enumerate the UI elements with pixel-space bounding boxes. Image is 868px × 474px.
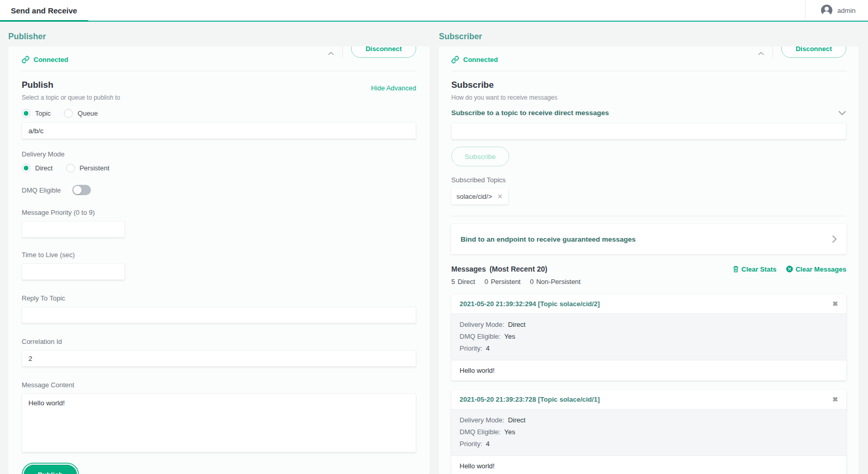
message-fields: Delivery Mode: Direct DMQ Eligible: Yes …: [451, 409, 846, 456]
ttl-input[interactable]: [22, 263, 125, 280]
stat-non-persistent: 0 Non-Persistent: [530, 278, 580, 286]
message-card: 2021-05-20 21:39:32:294 [Topic solace/ci…: [451, 294, 846, 381]
link-icon: [451, 56, 459, 64]
caret-up-icon[interactable]: [328, 52, 334, 56]
subscriber-title: Subscriber: [439, 32, 859, 41]
radio-queue-circle[interactable]: [64, 109, 73, 118]
subscriber-panel: Subscriber Connected: [439, 29, 859, 474]
correlation-id-input[interactable]: [22, 350, 416, 367]
radio-direct[interactable]: Direct: [22, 164, 53, 172]
radio-topic[interactable]: Topic: [22, 109, 51, 118]
close-icon[interactable]: ✖: [832, 396, 838, 403]
message-timestamp: 2021-05-20 21:39:32:294 [Topic solace/ci…: [460, 300, 599, 308]
subscribe-topic-input[interactable]: [451, 123, 846, 139]
reply-to-topic-label: Reply To Topic: [22, 294, 416, 302]
delivery-mode-label: Delivery Mode: [22, 150, 416, 158]
hide-advanced-link[interactable]: Hide Advanced: [371, 84, 416, 101]
divider: [22, 71, 416, 71]
subscribe-section-header: Subscribe How do you want to receive mes…: [451, 80, 846, 101]
dmq-eligible-label: DMQ Eligible: [22, 186, 61, 194]
stat-direct: 5 Direct: [451, 278, 475, 286]
dmq-eligible-row: DMQ Eligible: [22, 185, 416, 195]
subscriber-card: Connected Disconnect Subscribe How do yo…: [439, 46, 859, 474]
close-icon[interactable]: ✖: [832, 300, 838, 308]
top-navigation-bar: Send and Receive admin: [0, 0, 868, 22]
message-payload: Hello world!: [451, 456, 846, 474]
radio-direct-circle[interactable]: [22, 164, 30, 172]
message-payload: Hello world!: [451, 360, 846, 381]
subscribe-button[interactable]: Subscribe: [451, 147, 509, 166]
chevron-down-icon[interactable]: [838, 110, 846, 116]
user-avatar-icon: [821, 5, 832, 16]
message-content-label: Message Content: [22, 381, 416, 389]
divider: [451, 71, 846, 71]
subscribed-topic-value: solace/cid/>: [456, 193, 492, 200]
publisher-connected-label: Connected: [34, 56, 68, 64]
publish-subtitle: Select a topic or queue to publish to: [22, 94, 120, 101]
subscriber-connection-status: Connected: [451, 56, 498, 64]
message-stats-row: 5 Direct 0 Persistent 0 Non-Persistent: [451, 278, 846, 286]
divider: [451, 216, 846, 216]
vertical-divider: [342, 46, 343, 57]
radio-persistent[interactable]: Persistent: [66, 164, 109, 172]
username-label: admin: [838, 7, 856, 14]
messages-header-row: Messages (Most Recent 20) Clear Stats: [451, 265, 846, 273]
ttl-label: Time to Live (sec): [22, 251, 416, 259]
subscribe-topic-prompt-row[interactable]: Subscribe to a topic to receive direct m…: [451, 109, 846, 117]
publisher-card: Connected Disconnect Publish Select a to…: [8, 46, 430, 474]
subscribed-topic-chip: solace/cid/> ✕: [451, 188, 508, 204]
tab-send-and-receive[interactable]: Send and Receive: [0, 0, 88, 22]
trash-icon: [733, 265, 739, 273]
message-priority-label: Message Priority (0 to 9): [22, 209, 416, 216]
stat-persistent: 0 Persistent: [484, 278, 520, 286]
subscribe-subtitle: How do you want to receive messages: [451, 94, 557, 101]
messages-heading: Messages: [451, 265, 486, 273]
message-content-textarea[interactable]: Hello world!: [22, 393, 416, 452]
delivery-mode-radios: Direct Persistent: [22, 164, 416, 172]
main-content: Publisher Connected: [0, 22, 868, 474]
chevron-right-icon: [832, 235, 837, 243]
publish-heading: Publish: [22, 80, 120, 90]
publisher-connection-controls: Disconnect: [328, 46, 416, 58]
vertical-divider: [772, 46, 773, 57]
caret-up-icon[interactable]: [758, 52, 764, 56]
publisher-title: Publisher: [8, 32, 430, 41]
publisher-disconnect-button[interactable]: Disconnect: [351, 46, 416, 58]
message-timestamp: 2021-05-20 21:39:23:728 [Topic solace/ci…: [460, 396, 599, 403]
clear-messages-button[interactable]: Clear Messages: [786, 265, 846, 273]
messages-recent-label: (Most Recent 20): [490, 265, 547, 273]
radio-queue[interactable]: Queue: [64, 109, 98, 118]
x-circle-icon: [786, 265, 793, 273]
subscribe-heading: Subscribe: [451, 80, 557, 90]
clear-stats-button[interactable]: Clear Stats: [733, 265, 777, 273]
link-icon: [22, 56, 29, 64]
subscribed-topics-label: Subscribed Topics: [451, 176, 846, 184]
destination-type-radios: Topic Queue: [22, 109, 416, 118]
publish-button[interactable]: Publish: [24, 465, 77, 474]
publisher-panel: Publisher Connected: [8, 29, 430, 474]
correlation-id-label: Correlation Id: [22, 338, 416, 345]
publish-section-header: Publish Select a topic or queue to publi…: [22, 80, 416, 101]
radio-persistent-circle[interactable]: [66, 164, 75, 172]
subscriber-connection-controls: Disconnect: [758, 46, 846, 58]
message-priority-input[interactable]: [22, 221, 125, 238]
publisher-connection-status: Connected: [22, 56, 68, 64]
publisher-connection-row: Connected Disconnect: [22, 51, 416, 68]
subscribe-topic-prompt: Subscribe to a topic to receive direct m…: [451, 109, 609, 117]
dmq-toggle-knob: [73, 186, 82, 194]
dmq-toggle[interactable]: [72, 185, 91, 195]
publish-topic-input[interactable]: [22, 122, 416, 139]
subscriber-connection-row: Connected Disconnect: [451, 51, 846, 68]
message-card: 2021-05-20 21:39:23:728 [Topic solace/ci…: [451, 390, 846, 474]
radio-topic-circle[interactable]: [22, 109, 30, 118]
message-fields: Delivery Mode: Direct DMQ Eligible: Yes …: [451, 313, 846, 360]
x-icon[interactable]: ✕: [497, 193, 503, 200]
subscriber-connected-label: Connected: [463, 56, 498, 64]
subscriber-disconnect-button[interactable]: Disconnect: [781, 46, 846, 58]
bind-endpoint-prompt: Bind to an endpoint to receive guarantee…: [461, 235, 636, 243]
user-menu[interactable]: admin: [805, 0, 868, 21]
bind-endpoint-row[interactable]: Bind to an endpoint to receive guarantee…: [451, 224, 846, 254]
reply-to-topic-input[interactable]: [22, 307, 416, 323]
